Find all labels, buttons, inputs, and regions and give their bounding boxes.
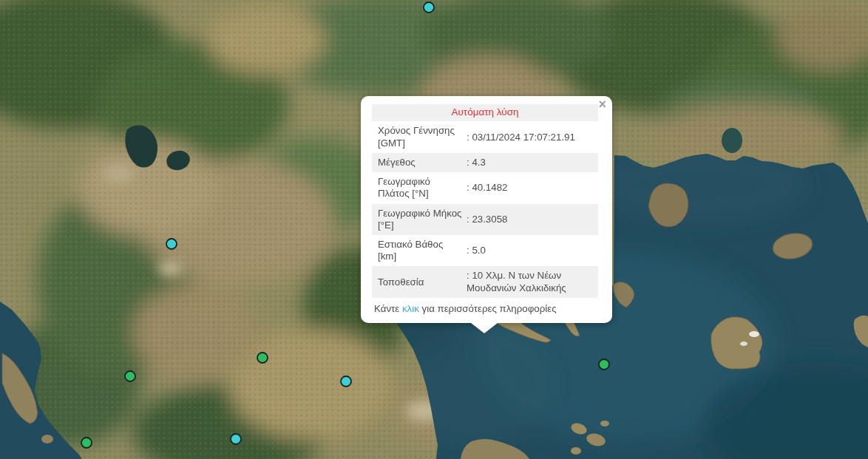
- islet: [600, 421, 609, 426]
- row-origin-time: Χρόνος Γέννησης [GMT] : 03/11/2024 17:07…: [372, 121, 598, 152]
- event-marker-green[interactable]: [81, 438, 92, 448]
- field-value: : 5.0: [464, 242, 598, 259]
- field-value: : 40.1482: [464, 180, 598, 196]
- app-window: × Αυτόματη λύση Χρόνος Γέννησης [GMT] : …: [0, 0, 868, 459]
- field-label: Χρόνος Γέννησης [GMT]: [372, 123, 464, 151]
- field-value: : 03/11/2024 17:07:21.91: [464, 129, 598, 146]
- popup-title: Αυτόματη λύση: [372, 104, 598, 121]
- field-label: Εστιακό Βάθος [km]: [372, 237, 464, 265]
- earthquake-info-popup: × Αυτόματη λύση Χρόνος Γέννησης [GMT] : …: [361, 96, 612, 323]
- coastal-lagoon: [722, 128, 742, 153]
- field-label: Γεωγραφικό Μήκος [°E]: [372, 205, 464, 234]
- event-marker-green[interactable]: [257, 353, 268, 363]
- popup-tail: [471, 323, 498, 333]
- row-location: Τοποθεσία : 10 Χλμ. Ν των Νέων Μουδανιών…: [372, 266, 598, 297]
- field-label: Μέγεθος: [372, 154, 464, 171]
- islet: [571, 447, 581, 455]
- field-label: Τοποθεσία: [372, 274, 464, 290]
- event-marker-green[interactable]: [125, 371, 135, 381]
- row-latitude: Γεωγραφικό Πλάτος [°N] : 40.1482: [372, 172, 598, 203]
- field-value: : 23.3058: [464, 211, 598, 228]
- footer-text: για περισσότερες πληροφορίες: [419, 303, 557, 314]
- row-depth: Εστιακό Βάθος [km] : 5.0: [372, 235, 598, 266]
- row-longitude: Γεωγραφικό Μήκος [°E] : 23.3058: [372, 204, 598, 235]
- event-marker-teal[interactable]: [424, 2, 434, 13]
- paxos-islet: [41, 435, 53, 443]
- row-magnitude: Μέγεθος : 4.3: [372, 153, 598, 172]
- field-value: : 10 Χλμ. Ν των Νέων Μουδανιών Χαλκιδική…: [464, 268, 598, 296]
- close-icon[interactable]: ×: [598, 98, 606, 111]
- more-info-link[interactable]: κλικ: [402, 303, 419, 314]
- footer-text: Κάντε: [374, 303, 402, 314]
- event-marker-green[interactable]: [599, 359, 609, 370]
- event-marker-teal[interactable]: [166, 239, 177, 249]
- event-marker-teal[interactable]: [341, 376, 351, 387]
- popup-footer: Κάντε κλικ για περισσότερες πληροφορίες: [372, 298, 598, 316]
- field-value: : 4.3: [464, 154, 598, 171]
- field-label: Γεωγραφικό Πλάτος [°N]: [372, 174, 464, 202]
- event-marker-teal[interactable]: [231, 434, 241, 444]
